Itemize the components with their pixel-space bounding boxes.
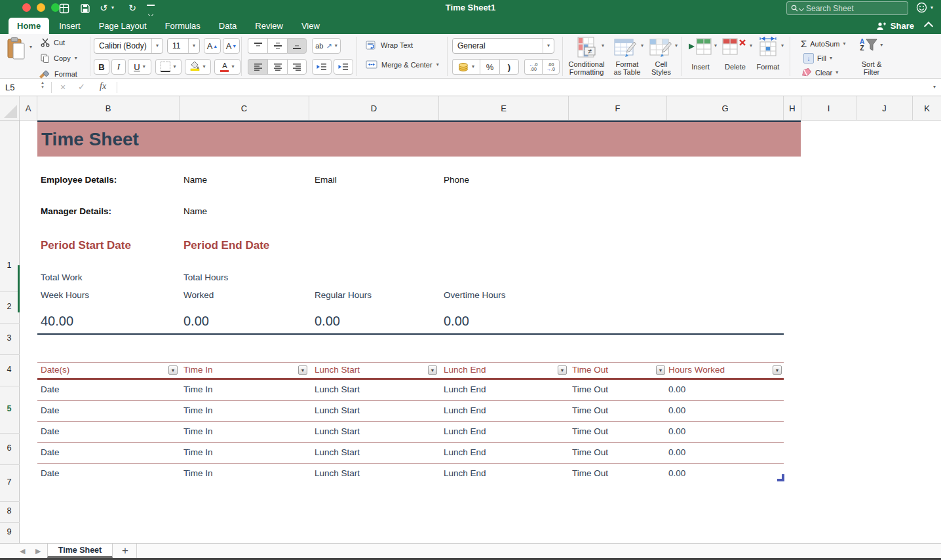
table-cell[interactable]: Lunch End xyxy=(444,405,486,415)
font-color-button[interactable]: A ▾ xyxy=(214,59,240,75)
font-size-select[interactable]: 11▾ xyxy=(167,38,200,54)
row-1[interactable]: 1 xyxy=(0,261,18,270)
conditional-formatting-button[interactable]: ConditionalFormatting xyxy=(564,60,609,76)
table-cell[interactable]: Time In xyxy=(183,405,213,415)
close-window-button[interactable] xyxy=(22,3,31,12)
table-cell[interactable]: 0.00 xyxy=(668,384,685,394)
table-cell[interactable]: Time In xyxy=(183,384,213,394)
table-header-time-in[interactable]: Time In xyxy=(183,365,213,375)
summary-label-line2[interactable]: Overtime Hours xyxy=(444,290,506,300)
italic-button[interactable]: I xyxy=(111,59,126,75)
expand-formula-bar-icon[interactable]: ▾ xyxy=(933,84,936,90)
undo-icon[interactable]: ↺ xyxy=(97,0,110,16)
increase-indent-button[interactable] xyxy=(334,59,353,75)
col-J[interactable]: J xyxy=(856,96,913,120)
manager-details-label[interactable]: Manager Details: xyxy=(41,206,111,216)
paste-dropdown[interactable]: ▾ xyxy=(29,45,32,50)
increase-font-size-button[interactable]: A▲ xyxy=(204,38,221,54)
table-cell[interactable]: 0.00 xyxy=(668,405,685,415)
summary-label-line2[interactable]: Regular Hours xyxy=(315,290,372,300)
col-H[interactable]: H xyxy=(784,96,801,120)
table-cell[interactable]: Lunch End xyxy=(444,426,486,436)
borders-button[interactable]: ▾ xyxy=(155,59,182,75)
filter-button-dates[interactable]: ▼ xyxy=(168,365,178,375)
collapse-ribbon-chevron-icon[interactable] xyxy=(924,21,933,30)
format-painter-button[interactable]: Format xyxy=(38,69,77,79)
copy-button[interactable]: Copy ▾ xyxy=(41,54,77,63)
percent-format-button[interactable]: % xyxy=(480,59,499,75)
summary-label-line1[interactable]: Total Hours xyxy=(183,272,228,282)
underline-button[interactable]: U▾ xyxy=(128,59,151,75)
row-7[interactable]: 7 xyxy=(0,477,18,487)
table-cell[interactable]: 0.00 xyxy=(668,447,685,457)
table-row[interactable]: Date xyxy=(41,405,60,415)
name-box-stepper[interactable]: ▲ ▼ xyxy=(41,81,45,90)
summary-label-line2[interactable]: Worked xyxy=(183,290,214,300)
delete-dropdown[interactable]: ▾ xyxy=(750,43,752,48)
period-start-label[interactable]: Period Start Date xyxy=(41,239,131,252)
col-I[interactable]: I xyxy=(801,96,856,120)
col-K[interactable]: K xyxy=(913,96,941,120)
col-D[interactable]: D xyxy=(309,96,439,120)
col-A[interactable]: A xyxy=(20,96,37,120)
table-header-lunch-end[interactable]: Lunch End xyxy=(444,365,486,375)
table-cell[interactable]: Time Out xyxy=(572,426,608,436)
number-format-select[interactable]: General▾ xyxy=(452,38,554,54)
employee-phone-label[interactable]: Phone xyxy=(444,175,469,185)
minimize-window-button[interactable] xyxy=(37,3,45,12)
row-9[interactable]: 9 xyxy=(0,527,18,536)
row-3[interactable]: 3 xyxy=(0,333,18,343)
merge-center-button[interactable]: Merge & Center ▾ xyxy=(366,60,439,69)
bold-button[interactable]: B xyxy=(94,59,109,75)
summary-label-line1[interactable]: Total Work xyxy=(41,272,83,282)
table-header-lunch-start[interactable]: Lunch Start xyxy=(315,365,360,375)
insert-function-button[interactable]: fx xyxy=(100,81,106,92)
col-G[interactable]: G xyxy=(667,96,784,120)
table-header-time-out[interactable]: Time Out xyxy=(572,365,608,375)
total-work-week-hours-value[interactable]: 40.00 xyxy=(41,314,73,329)
table-header-hours-worked[interactable]: Hours Worked xyxy=(668,365,725,375)
fill-button[interactable]: ↓ Fill ▾ xyxy=(803,53,832,64)
table-cell[interactable]: Time Out xyxy=(572,405,608,415)
table-cell[interactable]: Lunch Start xyxy=(315,426,360,436)
table-cell[interactable]: Lunch Start xyxy=(315,447,360,457)
conditional-formatting-dropdown[interactable]: ▾ xyxy=(602,43,604,48)
row-6[interactable]: 6 xyxy=(0,443,18,453)
col-E[interactable]: E xyxy=(439,96,569,120)
employee-details-label[interactable]: Employee Details: xyxy=(41,175,117,185)
align-left-button[interactable] xyxy=(248,59,267,75)
filter-button-lunch-end[interactable]: ▼ xyxy=(558,365,567,375)
format-cells-dropdown[interactable]: ▾ xyxy=(781,43,784,48)
col-C[interactable]: C xyxy=(180,96,309,120)
increase-decimal-button[interactable]: ←.0.00 xyxy=(524,59,542,75)
table-cell[interactable]: Time In xyxy=(183,468,213,478)
orientation-button[interactable]: ab ↗ ▾ xyxy=(312,38,341,54)
wrap-text-button[interactable]: Wrap Text xyxy=(366,41,413,50)
filter-button-time-in[interactable]: ▼ xyxy=(298,365,307,375)
format-cells-button[interactable]: Format xyxy=(752,63,784,71)
insert-dropdown[interactable]: ▾ xyxy=(714,43,717,48)
insert-button[interactable]: Insert xyxy=(687,63,714,71)
formula-input[interactable] xyxy=(122,79,928,96)
decrease-decimal-button[interactable]: .00→.0 xyxy=(542,59,560,75)
align-right-button[interactable] xyxy=(287,59,307,75)
table-cell[interactable]: Lunch End xyxy=(444,447,486,457)
align-top-button[interactable] xyxy=(248,38,267,54)
table-cell[interactable]: Time In xyxy=(183,447,213,457)
table-cell[interactable]: Lunch End xyxy=(444,468,486,478)
table-cell[interactable]: Lunch Start xyxy=(315,405,360,415)
autosum-button[interactable]: Σ AutoSum ▾ xyxy=(801,38,846,49)
decrease-indent-button[interactable] xyxy=(312,59,332,75)
table-row[interactable]: Date xyxy=(41,384,60,394)
table-row[interactable]: Date xyxy=(41,468,60,478)
table-cell[interactable]: Lunch Start xyxy=(315,468,360,478)
table-cell[interactable]: Lunch End xyxy=(444,384,486,394)
filter-button-lunch-start[interactable]: ▼ xyxy=(428,365,437,375)
table-cell[interactable]: Lunch Start xyxy=(315,384,360,394)
tab-view[interactable]: View xyxy=(293,18,328,34)
name-box[interactable]: L5 xyxy=(5,83,14,92)
col-F[interactable]: F xyxy=(569,96,667,120)
filter-button-time-out[interactable]: ▼ xyxy=(656,365,665,375)
share-button[interactable]: Share xyxy=(875,21,932,31)
tab-formulas[interactable]: Formulas xyxy=(157,18,209,34)
